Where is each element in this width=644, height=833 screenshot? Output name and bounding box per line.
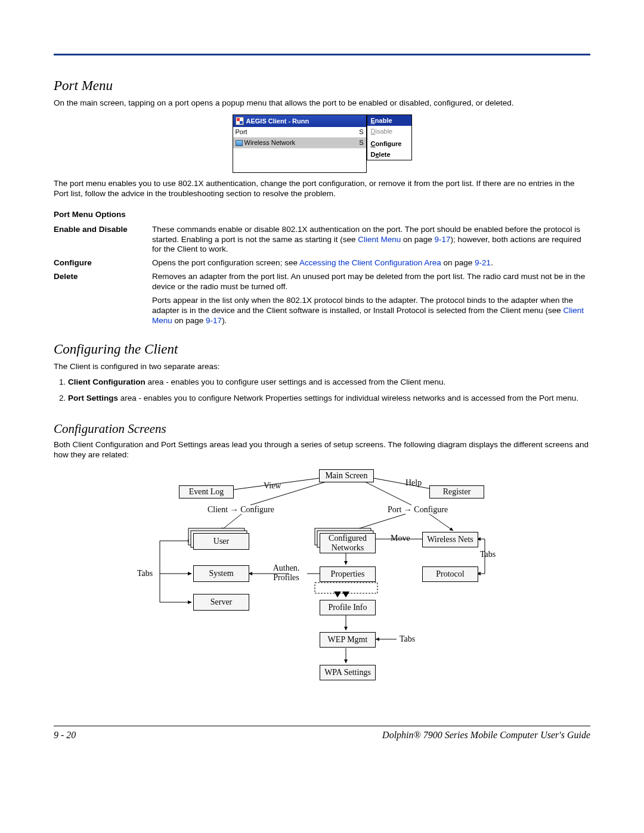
svg-marker-17 xyxy=(342,592,349,597)
top-rule xyxy=(54,54,590,55)
list-row-wireless-network[interactable]: Wireless Network S xyxy=(233,138,366,148)
page-footer: 9 - 20 Dolphin® 7900 Series Mobile Compu… xyxy=(54,726,590,741)
network-icon xyxy=(236,140,243,146)
label-tabs-right-2: Tabs xyxy=(400,634,415,644)
para-config-intro: The Client is configured in two separate… xyxy=(54,362,590,372)
label-move: Move xyxy=(391,534,410,543)
svg-line-3 xyxy=(364,481,411,505)
link-page-9-17-2[interactable]: 9-17 xyxy=(206,316,222,325)
link-accessing-config-area[interactable]: Accessing the Client Configuration Area xyxy=(299,258,441,267)
context-menu: Enable Disable Configure Delete xyxy=(367,114,412,160)
box-wep-mgmt: WEP Mgmt xyxy=(320,632,376,648)
box-register: Register xyxy=(429,485,484,498)
box-event-log: Event Log xyxy=(179,485,234,498)
label-help: Help xyxy=(405,478,422,488)
box-system: System xyxy=(193,565,249,582)
menu-item-delete[interactable]: Delete xyxy=(367,149,411,160)
footer-guide-title: Dolphin® 7900 Series Mobile Computer Use… xyxy=(382,730,590,741)
box-server: Server xyxy=(193,594,249,611)
configuration-screens-diagram: Main Screen Event Log Register View Help… xyxy=(155,466,489,714)
svg-line-2 xyxy=(250,481,328,505)
col-port-label: Port xyxy=(236,128,247,135)
para-intro-2: The port menu enables you to use 802.1X … xyxy=(54,179,590,199)
label-client-configure: Client → Configure xyxy=(208,505,274,515)
option-row-configure: Configure Opens the port configuration s… xyxy=(54,258,590,268)
window-titlebar: AEGIS Client - Runn xyxy=(233,115,366,127)
label-authen-profiles: Authen. Profiles xyxy=(268,563,304,583)
col-s-label: S xyxy=(359,128,363,135)
box-properties: Properties xyxy=(320,566,376,582)
menu-item-enable[interactable]: Enable xyxy=(367,115,411,126)
label-view: View xyxy=(264,481,281,491)
svg-marker-9 xyxy=(188,600,192,604)
para-intro-1: On the main screen, tapping on a port op… xyxy=(54,98,590,109)
box-user: User xyxy=(193,533,249,550)
aegis-client-window: AEGIS Client - Runn Port S Wireless Netw… xyxy=(233,114,367,173)
option-desc: Opens the port configuration screen; see… xyxy=(152,258,590,268)
window-title-text: AEGIS Client - Runn xyxy=(246,117,309,125)
footer-page-number: 9 - 20 xyxy=(54,730,76,741)
list-item: Port Settings area - enables you to conf… xyxy=(68,394,590,404)
box-wpa-settings: WPA Settings xyxy=(320,665,376,680)
option-term: Enable and Disable xyxy=(54,225,152,255)
link-page-9-21[interactable]: 9-21 xyxy=(475,258,491,267)
svg-marker-18 xyxy=(334,592,341,597)
link-page-9-17[interactable]: 9-17 xyxy=(435,235,451,244)
para-screens-intro: Both Client Configuration and Port Setti… xyxy=(54,440,590,460)
link-client-menu[interactable]: Client Menu xyxy=(358,235,401,244)
screenshot-port-menu: AEGIS Client - Runn Port S Wireless Netw… xyxy=(54,114,590,173)
menu-item-configure[interactable]: Configure xyxy=(367,138,411,149)
label-tabs-right-1: Tabs xyxy=(480,550,496,559)
option-desc: Removes an adapter from the port list. A… xyxy=(152,272,590,326)
box-configured-networks: Configured Networks xyxy=(320,533,376,553)
box-main-screen: Main Screen xyxy=(319,469,374,482)
option-term: Delete xyxy=(54,272,152,326)
box-protocol: Protocol xyxy=(422,566,478,582)
heading-port-menu: Port Menu xyxy=(54,78,590,94)
option-row-delete: Delete Removes an adapter from the port … xyxy=(54,272,590,326)
svg-line-6 xyxy=(429,514,453,531)
windows-flag-icon xyxy=(236,117,244,125)
menu-item-disable[interactable]: Disable xyxy=(367,126,411,137)
config-areas-list: Client Configuration area - enables you … xyxy=(54,377,590,404)
label-tabs-left: Tabs xyxy=(137,569,153,578)
list-item: Client Configuration area - enables you … xyxy=(68,377,590,388)
heading-configuration-screens: Configuration Screens xyxy=(54,422,590,436)
port-menu-options-heading: Port Menu Options xyxy=(54,210,590,219)
option-term: Configure xyxy=(54,258,152,268)
list-header-row: Port S xyxy=(233,127,366,138)
box-wireless-nets: Wireless Nets xyxy=(422,532,478,547)
svg-marker-8 xyxy=(188,572,192,575)
label-port-configure: Port → Configure xyxy=(388,505,448,515)
option-desc: These commands enable or disable 802.1X … xyxy=(152,225,590,255)
box-profile-info: Profile Info xyxy=(320,600,376,615)
row-label: Wireless Network xyxy=(236,139,296,146)
heading-configuring-client: Configuring the Client xyxy=(54,342,590,357)
row-status: S xyxy=(359,139,363,146)
option-row-enable-disable: Enable and Disable These commands enable… xyxy=(54,225,590,255)
